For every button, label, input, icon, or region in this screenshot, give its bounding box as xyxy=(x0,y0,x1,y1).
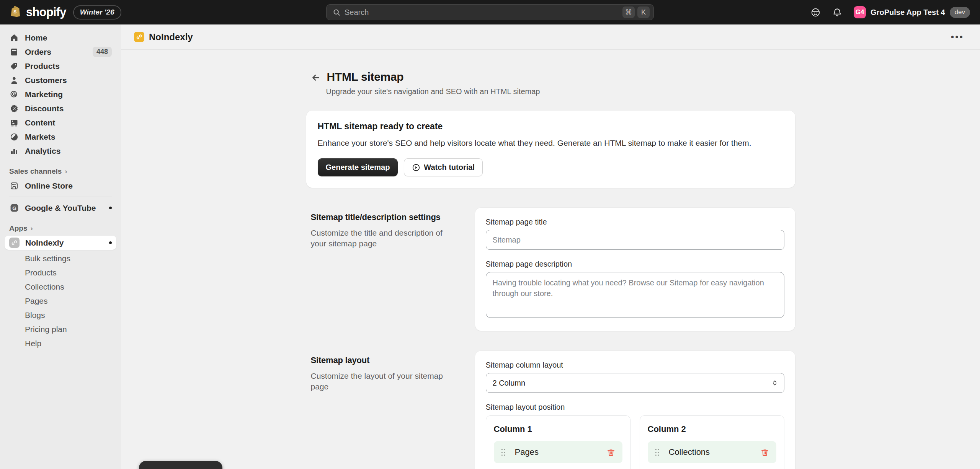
subnav-pricing-plan[interactable]: Pricing plan xyxy=(5,322,116,336)
layout-column-2: Column 2 Collections xyxy=(640,415,784,469)
sidebar-item-label: Products xyxy=(25,62,60,71)
sidekick-icon[interactable] xyxy=(810,7,821,18)
sales-channels-header[interactable]: Sales channels › xyxy=(5,163,116,179)
sidebar-item-label: Analytics xyxy=(25,147,60,156)
drag-handle-icon[interactable] xyxy=(501,448,506,456)
svg-text:$: $ xyxy=(14,136,16,140)
section-heading: Sitemap title/description settings xyxy=(311,212,475,222)
watch-tutorial-button[interactable]: Watch tutorial xyxy=(404,158,483,176)
sidebar-item-label: NoIndexly xyxy=(25,238,64,248)
sidebar: Home Orders 448 Products Customers Marke… xyxy=(0,24,121,469)
bar-chart-icon xyxy=(9,147,19,156)
noindexly-app-icon xyxy=(9,238,20,248)
layout-card: Sitemap column layout 2 Column Sitemap l… xyxy=(475,351,795,469)
person-icon xyxy=(9,76,19,85)
shopify-logo[interactable]: S shopify xyxy=(0,5,66,19)
content-media-icon xyxy=(9,118,19,127)
app-header: NoIndexly ••• xyxy=(121,24,980,50)
sidebar-item-products[interactable]: Products xyxy=(5,59,116,73)
sidebar-divider xyxy=(9,197,112,197)
drag-handle-icon[interactable] xyxy=(655,448,660,456)
sidebar-item-online-store[interactable]: Online Store xyxy=(5,179,116,193)
sidebar-item-label: Home xyxy=(25,33,47,42)
play-circle-icon xyxy=(412,163,420,172)
sortable-item-collections[interactable]: Collections xyxy=(648,441,776,463)
layout-section: Sitemap layout Customize the layout of y… xyxy=(306,351,795,469)
title-description-card: Sitemap page title Sitemap page descript… xyxy=(475,208,795,331)
account-menu[interactable]: G4 GroPulse App Test 4 dev xyxy=(854,6,970,18)
sidebar-item-orders[interactable]: Orders 448 xyxy=(5,45,116,59)
storefront-icon xyxy=(9,181,19,191)
sidebar-item-label: Markets xyxy=(25,132,55,142)
subnav-products[interactable]: Products xyxy=(5,265,116,280)
section-heading: Sitemap layout xyxy=(311,355,475,365)
subnav-pages[interactable]: Pages xyxy=(5,294,116,308)
sortable-item-pages[interactable]: Pages xyxy=(494,441,622,463)
column-title: Column 2 xyxy=(648,424,776,434)
column-layout-select[interactable]: 2 Column xyxy=(486,373,784,393)
sidebar-item-label: Online Store xyxy=(25,181,73,191)
search-placeholder: Search xyxy=(345,8,620,17)
main-area: NoIndexly ••• HTML sitemap Upgrade your … xyxy=(121,24,980,469)
sidebar-item-label: Content xyxy=(25,118,55,127)
sidebar-item-markets[interactable]: $ Markets xyxy=(5,130,116,144)
select-updown-icon xyxy=(771,379,779,387)
svg-text:G: G xyxy=(12,205,16,211)
sidebar-item-label: Marketing xyxy=(25,90,63,99)
watch-tutorial-label: Watch tutorial xyxy=(424,163,475,172)
page-subtitle: Upgrade your site's navigation and SEO w… xyxy=(326,87,795,96)
page-title: HTML sitemap xyxy=(327,70,404,83)
store-name: GroPulse App Test 4 xyxy=(871,8,945,17)
dev-badge: dev xyxy=(950,7,970,18)
sidebar-item-google-youtube[interactable]: G Google & YouTube xyxy=(5,201,116,215)
generate-sitemap-label: Generate sitemap xyxy=(326,163,390,172)
sortable-item-label: Pages xyxy=(515,447,539,457)
notifications-bell-icon[interactable] xyxy=(832,7,842,17)
trash-icon[interactable] xyxy=(606,448,616,457)
sidebar-item-marketing[interactable]: Marketing xyxy=(5,87,116,101)
sidebar-item-label: Orders xyxy=(25,47,51,57)
section-description: Customize the layout of your sitemap pag… xyxy=(311,371,452,392)
sidebar-item-noindexly[interactable]: NoIndexly xyxy=(5,236,116,250)
sidebar-item-discounts[interactable]: Discounts xyxy=(5,101,116,116)
sortable-item-label: Collections xyxy=(669,447,710,457)
sidebar-item-customers[interactable]: Customers xyxy=(5,73,116,87)
banner-title: HTML sitemap ready to create xyxy=(318,121,784,132)
discount-badge-icon xyxy=(9,104,19,113)
tag-icon xyxy=(9,62,19,71)
store-avatar: G4 xyxy=(854,6,866,18)
generate-sitemap-button[interactable]: Generate sitemap xyxy=(318,158,398,176)
sidebar-item-content[interactable]: Content xyxy=(5,116,116,130)
google-icon: G xyxy=(9,203,19,213)
sitemap-page-title-label: Sitemap page title xyxy=(486,218,784,226)
trash-icon[interactable] xyxy=(760,448,769,457)
subnav-collections[interactable]: Collections xyxy=(5,280,116,294)
sales-channels-label: Sales channels xyxy=(9,167,62,176)
back-arrow-icon[interactable] xyxy=(311,73,321,83)
sidebar-item-analytics[interactable]: Analytics xyxy=(5,144,116,158)
sidebar-item-label: Google & YouTube xyxy=(25,204,96,213)
orders-icon xyxy=(9,47,19,57)
sidebar-item-label: Customers xyxy=(25,76,67,85)
banner-body: Enhance your store's SEO and help visito… xyxy=(318,138,784,148)
svg-text:S: S xyxy=(13,9,16,15)
layout-column-1: Column 1 Pages xyxy=(486,415,630,469)
subnav-bulk-settings[interactable]: Bulk settings xyxy=(5,251,116,265)
global-search[interactable]: Search ⌘ K xyxy=(326,4,654,20)
sidebar-item-home[interactable]: Home xyxy=(5,31,116,45)
page-content: HTML sitemap Upgrade your site's navigat… xyxy=(306,50,795,469)
title-description-section: Sitemap title/description settings Custo… xyxy=(306,208,795,331)
app-header-title: NoIndexly xyxy=(149,32,193,42)
subnav-help[interactable]: Help xyxy=(5,336,116,350)
kbd-command: ⌘ xyxy=(622,7,635,18)
overflow-menu-icon[interactable]: ••• xyxy=(948,31,967,43)
home-icon xyxy=(9,33,19,42)
subnav-blogs[interactable]: Blogs xyxy=(5,308,116,322)
popup-peek[interactable] xyxy=(139,461,222,469)
sitemap-page-description-textarea[interactable] xyxy=(486,272,784,318)
sitemap-page-title-input[interactable] xyxy=(486,230,784,250)
column-layout-label: Sitemap column layout xyxy=(486,361,784,370)
chevron-right-icon: › xyxy=(65,167,67,176)
section-description: Customize the title and description of y… xyxy=(311,228,452,249)
apps-header[interactable]: Apps › xyxy=(5,220,116,236)
